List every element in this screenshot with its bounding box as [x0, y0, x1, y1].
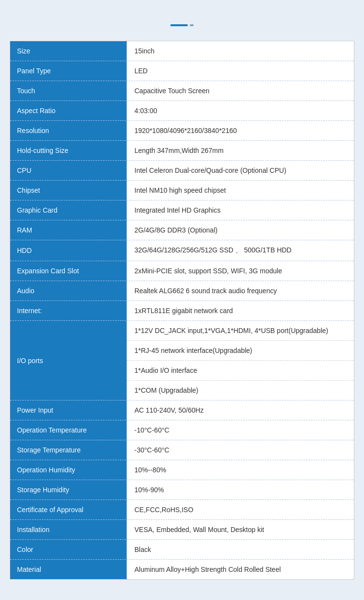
row-label: Power Input	[10, 400, 127, 420]
row-value: AC 110-240V, 50/60Hz	[127, 400, 354, 420]
row-value: 2G/4G/8G DDR3 (Optional)	[127, 220, 354, 240]
table-row: MaterialAluminum Alloy+High Strength Col…	[10, 560, 354, 580]
io-label: I/O ports	[10, 321, 127, 400]
table-row: Storage Temperature-30°C-60°C	[10, 440, 354, 460]
row-value: 4:03:00	[127, 101, 354, 121]
row-label: Size	[10, 41, 127, 61]
row-value: Aluminum Alloy+High Strength Cold Rolled…	[127, 560, 354, 580]
table-row: Aspect Ratio4:03:00	[10, 101, 354, 121]
table-row: Certificate of ApprovalCE,FCC,RoHS,ISO	[10, 500, 354, 520]
row-label: Material	[10, 560, 127, 580]
table-row: HDD32G/64G/128G/256G/512G SSD 、 500G/1TB…	[10, 240, 354, 261]
row-value: Intel NM10 high speed chipset	[127, 181, 354, 200]
table-row: ChipsetIntel NM10 high speed chipset	[10, 181, 354, 200]
row-value: LED	[127, 61, 354, 81]
row-label: Storage Temperature	[10, 440, 127, 460]
row-value: Intel Celeron Dual-core/Quad-core (Optio…	[127, 161, 354, 181]
row-value: 10%-90%	[127, 480, 354, 500]
table-row: Hold-cutting SizeLength 347mm,Width 267m…	[10, 141, 354, 161]
row-label: Touch	[10, 81, 127, 101]
io-value: 1*12V DC_JACK input,1*VGA,1*HDMI, 4*USB …	[127, 321, 354, 341]
row-value: 1xRTL811E gigabit network card	[127, 301, 354, 321]
row-label: Panel Type	[10, 61, 127, 81]
table-row: Graphic CardIntegrated Intel HD Graphics	[10, 200, 354, 220]
table-row: Storage Humidity10%-90%	[10, 480, 354, 500]
title-underline	[10, 24, 354, 26]
row-label: Storage Humidity	[10, 480, 127, 500]
row-value: 10%--80%	[127, 460, 354, 480]
table-row: InstallationVESA, Embedded, Wall Mount, …	[10, 520, 354, 540]
row-value: Capacitive Touch Screen	[127, 81, 354, 101]
row-label: RAM	[10, 220, 127, 240]
row-label: Certificate of Approval	[10, 500, 127, 520]
underline-dot	[190, 24, 194, 26]
row-label: Chipset	[10, 181, 127, 200]
table-row: Expansion Card Slot2xMini-PCIE slot, sup…	[10, 261, 354, 281]
io-value: 1*Audio I/O interface	[127, 361, 354, 381]
row-label: CPU	[10, 161, 127, 181]
row-value: -10°C-60°C	[127, 420, 354, 440]
table-row: Internet:1xRTL811E gigabit network card	[10, 301, 354, 321]
title-section	[10, 24, 354, 26]
row-label: Installation	[10, 520, 127, 540]
io-value: 1*COM (Upgradable)	[127, 381, 354, 400]
config-table: Size15inchPanel TypeLEDTouchCapacitive T…	[10, 41, 354, 580]
row-label: Audio	[10, 281, 127, 301]
row-label: Operation Humidity	[10, 460, 127, 480]
row-value: Realtek ALG662 6 sound track audio frequ…	[127, 281, 354, 301]
row-value: 32G/64G/128G/256G/512G SSD 、 500G/1TB HD…	[127, 240, 354, 261]
row-label: Color	[10, 540, 127, 560]
table-row: Resolution1920*1080/4096*2160/3840*2160	[10, 121, 354, 141]
row-label: HDD	[10, 240, 127, 261]
table-row: CPUIntel Celeron Dual-core/Quad-core (Op…	[10, 161, 354, 181]
row-label: Graphic Card	[10, 200, 127, 220]
row-value: 2xMini-PCIE slot, support SSD, WIFI, 3G …	[127, 261, 354, 281]
io-ports-row: I/O ports1*12V DC_JACK input,1*VGA,1*HDM…	[10, 321, 354, 341]
row-value: 1920*1080/4096*2160/3840*2160	[127, 121, 354, 141]
io-value: 1*RJ-45 network interface(Upgradable)	[127, 341, 354, 361]
row-value: VESA, Embedded, Wall Mount, Desktop kit	[127, 520, 354, 540]
row-label: Expansion Card Slot	[10, 261, 127, 281]
row-value: -30°C-60°C	[127, 440, 354, 460]
row-label: Resolution	[10, 121, 127, 141]
row-label: Aspect Ratio	[10, 101, 127, 121]
underline-bar	[170, 24, 188, 26]
row-value: CE,FCC,RoHS,ISO	[127, 500, 354, 520]
page-wrapper: Size15inchPanel TypeLEDTouchCapacitive T…	[0, 0, 364, 599]
row-label: Internet:	[10, 301, 127, 321]
table-row: TouchCapacitive Touch Screen	[10, 81, 354, 101]
table-row: AudioRealtek ALG662 6 sound track audio …	[10, 281, 354, 301]
row-label: Hold-cutting Size	[10, 141, 127, 161]
table-row: Panel TypeLED	[10, 61, 354, 81]
table-row: Operation Temperature-10°C-60°C	[10, 420, 354, 440]
table-row: Power InputAC 110-240V, 50/60Hz	[10, 400, 354, 420]
table-row: Size15inch	[10, 41, 354, 61]
table-row: Operation Humidity10%--80%	[10, 460, 354, 480]
row-value: Black	[127, 540, 354, 560]
row-label: Operation Temperature	[10, 420, 127, 440]
row-value: 15inch	[127, 41, 354, 61]
table-row: RAM2G/4G/8G DDR3 (Optional)	[10, 220, 354, 240]
table-row: ColorBlack	[10, 540, 354, 560]
row-value: Integrated Intel HD Graphics	[127, 200, 354, 220]
row-value: Length 347mm,Width 267mm	[127, 141, 354, 161]
